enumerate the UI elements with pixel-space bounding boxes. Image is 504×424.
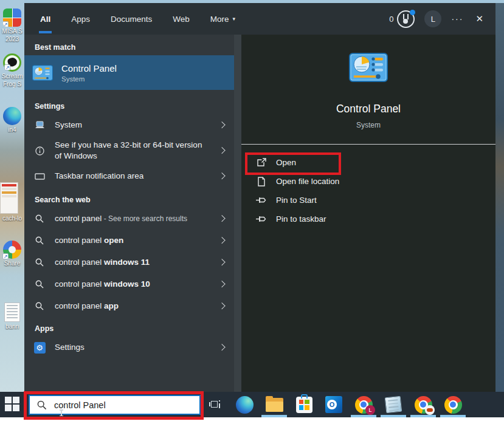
web-suggestion-open[interactable]: control panel open <box>24 230 234 251</box>
desktop-icon-cach-lo[interactable]: cach-lo <box>0 182 24 222</box>
pin-icon <box>256 196 266 204</box>
taskbar-chrome-profile-l-button[interactable]: L <box>354 392 373 417</box>
control-panel-icon-large <box>349 53 388 82</box>
settings-result-taskbar-notification[interactable]: Taskbar notification area <box>24 165 234 187</box>
context-actions: Open Open file location <box>241 153 495 228</box>
web-suggestion-windows-11[interactable]: control panel windows 11 <box>24 251 234 273</box>
file-explorer-icon <box>266 398 283 412</box>
outlook-icon: O <box>325 396 342 413</box>
desktop-icon-in4[interactable]: in4 <box>0 107 24 133</box>
search-icon <box>37 400 47 410</box>
section-header-search-web: Search the web <box>24 192 234 208</box>
preview-divider <box>241 144 495 145</box>
panel-gutter <box>234 35 241 392</box>
search-icon <box>32 214 47 223</box>
shortcut-arrow-icon: ↗ <box>4 64 10 70</box>
profile-badge: L <box>365 405 375 415</box>
search-input-value: control Panel <box>54 400 106 410</box>
tab-more[interactable]: More ▾ <box>208 3 238 35</box>
search-results-list: Best match Control Panel System <box>24 35 234 392</box>
settings-result-system[interactable]: System <box>24 114 234 136</box>
chevron-right-icon <box>218 147 225 154</box>
pin-icon <box>256 215 266 223</box>
edge-icon <box>236 396 254 414</box>
screenshot-bottom-margin <box>0 417 504 424</box>
chevron-right-icon <box>218 344 225 350</box>
taskbar-edge-button[interactable] <box>235 392 254 417</box>
shortcut-arrow-icon: ↗ <box>3 21 9 27</box>
profile-badge <box>425 405 435 415</box>
web-suggestion-windows-10[interactable]: control panel windows 10 <box>24 273 234 295</box>
more-options-icon[interactable]: ··· <box>451 14 463 24</box>
desktop-icon-label: cach-lo <box>0 215 24 222</box>
preview-pane: Control Panel System Open <box>241 35 495 392</box>
taskbar-task-view-button[interactable] <box>205 392 224 417</box>
best-match-subtitle: System <box>61 75 117 83</box>
taskbar-notepad-button[interactable] <box>384 392 402 417</box>
misa-app-icon: ↗ <box>3 9 21 27</box>
shortcut-arrow-icon: ↗ <box>2 253 9 259</box>
desktop-icon-label: in4 <box>0 126 24 133</box>
preview-title: Control Panel <box>241 103 495 115</box>
chevron-right-icon <box>218 173 225 179</box>
wallpaper-right-sliver <box>495 3 504 392</box>
avatar[interactable]: L <box>424 10 441 27</box>
notification-dot <box>410 10 415 15</box>
control-panel-icon <box>32 65 53 81</box>
taskbar-chrome-button[interactable] <box>444 392 462 417</box>
taskbar-file-explorer-button[interactable] <box>265 392 283 417</box>
desktop-icon-label: Scream <box>0 73 24 80</box>
desktop-icon-screaming-frog[interactable]: ↗ Scream Frog S <box>0 53 24 87</box>
taskbar-chrome-profile-2-button[interactable] <box>414 392 432 417</box>
color-ring-icon: ↗ <box>3 241 21 259</box>
section-header-apps: Apps <box>24 321 234 337</box>
tab-all[interactable]: All <box>38 3 53 35</box>
search-icon <box>32 258 47 267</box>
desktop-icon-label: 2023 <box>0 36 24 43</box>
chevron-right-icon <box>218 237 225 244</box>
search-icon <box>32 280 47 289</box>
web-suggestion-see-more[interactable]: control panel - See more search results <box>24 208 234 230</box>
best-match-row-control-panel[interactable]: Control Panel System <box>24 55 234 90</box>
search-icon <box>32 236 47 245</box>
frog-app-icon: ↗ <box>3 53 21 72</box>
preview-subtitle: System <box>241 121 495 129</box>
action-open[interactable]: Open <box>241 153 495 172</box>
chevron-right-icon <box>218 121 225 128</box>
taskbar-rect-icon <box>32 173 47 180</box>
chevron-down-icon: ▾ <box>233 16 236 22</box>
rewards-count: 0 <box>389 15 393 24</box>
desktop-icon-share[interactable]: ↗ Share <box>0 241 24 267</box>
search-icon <box>32 302 47 310</box>
text-document-icon <box>4 303 20 322</box>
rewards-indicator[interactable]: 0 <box>389 10 415 28</box>
microsoft-store-icon <box>296 397 312 413</box>
open-icon <box>256 158 266 167</box>
web-suggestion-app[interactable]: control panel app <box>24 295 234 317</box>
tab-documents[interactable]: Documents <box>108 3 154 35</box>
taskbar-outlook-button[interactable]: O <box>325 392 343 417</box>
settings-result-32-64-bit[interactable]: See if you have a 32-bit or 64-bit versi… <box>24 136 234 165</box>
edge-swirl-icon <box>3 107 21 125</box>
chevron-right-icon <box>218 281 225 287</box>
action-open-file-location[interactable]: Open file location <box>241 172 495 191</box>
desktop-icon-misa[interactable]: ↗ MISA S 2023 <box>0 9 24 43</box>
desktop-icon-label: Share <box>0 260 24 267</box>
action-pin-to-start[interactable]: Pin to Start <box>241 191 495 210</box>
best-match-title: Control Panel <box>61 63 117 74</box>
section-header-best-match: Best match <box>24 39 234 55</box>
desktop-icon-bann[interactable]: bann <box>0 303 24 330</box>
folder-location-icon <box>256 177 266 186</box>
tab-web[interactable]: Web <box>170 3 192 35</box>
close-icon[interactable]: ✕ <box>473 13 486 24</box>
taskbar-store-button[interactable] <box>295 392 313 417</box>
start-button[interactable] <box>5 397 19 411</box>
taskbar-search-input[interactable]: control Panel <box>29 395 201 415</box>
info-icon <box>32 146 47 156</box>
text-cursor-pointer <box>61 409 62 416</box>
tab-apps[interactable]: Apps <box>69 3 92 35</box>
rewards-medal-icon <box>397 10 415 28</box>
action-pin-to-taskbar[interactable]: Pin to taskbar <box>241 210 495 228</box>
app-result-settings[interactable]: ⚙ Settings <box>24 337 234 358</box>
notepad-icon <box>385 396 402 414</box>
